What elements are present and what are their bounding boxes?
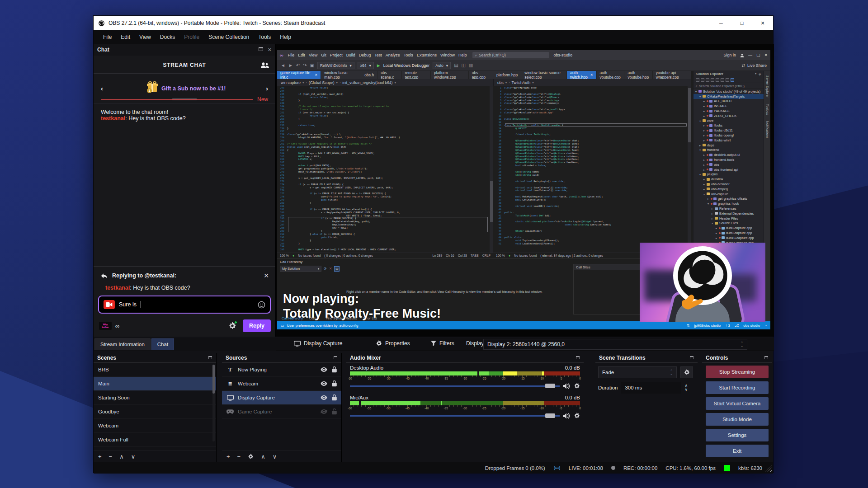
resize-grip[interactable] (764, 465, 772, 472)
duration-field[interactable]: 300 ms (621, 382, 681, 394)
explorer-tool-icon[interactable] (696, 78, 699, 82)
scene-item[interactable]: Webcam (94, 419, 216, 433)
vs-menu-item[interactable]: Analyze (384, 52, 402, 58)
filters-button[interactable]: Filters (431, 340, 454, 347)
scene-item[interactable]: Goodbye (94, 405, 216, 419)
tree-item[interactable]: ▸libobs (693, 123, 764, 128)
banner-prev-icon[interactable]: ‹ (101, 84, 103, 92)
tree-item[interactable]: ▸libobs-d3d11 (693, 128, 764, 133)
preview-area[interactable]: ∞ FileEditViewGitProjectBuildDebugTestAn… (276, 44, 774, 337)
refresh-icon[interactable]: ⟳ (324, 267, 327, 271)
code-pane-right[interactable]: 1class="pp">#pragma once23class="pp">#in… (494, 86, 691, 253)
pin-icon[interactable]: 푸 (759, 72, 761, 76)
vs-close-button[interactable]: ✕ (764, 53, 768, 57)
remove-icon[interactable]: ✕ (329, 267, 332, 271)
transition-dropdown[interactable]: Fade ⌃⌄ (598, 366, 677, 378)
chat-dock-titlebar[interactable]: Chat ✕ (94, 44, 275, 56)
tree-item[interactable]: ▾Solution 'obs-studio' (49 of 49 project… (693, 89, 764, 94)
tree-item[interactable]: ▸obs-frontend-api (693, 167, 764, 172)
scrollbar[interactable] (212, 365, 215, 441)
menu-item[interactable]: View (135, 32, 155, 42)
dock-tab[interactable]: Chat (151, 338, 174, 350)
transition-settings-button[interactable] (680, 366, 693, 378)
toolbar-icon[interactable]: ◫ (462, 63, 466, 68)
tree-item[interactable]: ▸get-graphics-offsets (693, 197, 764, 202)
source-item[interactable]: Display Capture (222, 391, 341, 405)
breadcrumb[interactable]: win-capture (281, 80, 301, 85)
explorer-tool-icon[interactable] (731, 78, 734, 82)
pin-icon[interactable]: ▾ (755, 72, 757, 76)
close-tab-icon[interactable]: ✕ (590, 73, 593, 77)
source-item[interactable]: Game Capture (222, 405, 341, 419)
settings-button[interactable]: Settings (706, 429, 769, 441)
vs-side-tab[interactable]: Toolbox (766, 104, 769, 115)
tree-item[interactable]: ▾CMakePredefinedTargets (693, 94, 764, 99)
breadcrumb[interactable]: (Global Scope) (309, 80, 335, 85)
speaker-icon[interactable] (563, 413, 570, 419)
dock-tab[interactable]: Stream Information (94, 338, 151, 350)
dock-popout-icon[interactable] (208, 356, 212, 359)
speaker-icon[interactable] (563, 383, 570, 389)
explorer-tool-icon[interactable] (706, 78, 709, 82)
explorer-tool-icon[interactable] (721, 78, 724, 82)
git-repo[interactable]: jp908/obs-studio (694, 324, 721, 328)
visibility-icon[interactable] (321, 395, 327, 400)
menu-item[interactable]: Edit (117, 32, 134, 42)
vs-menu-item[interactable]: Debug (357, 52, 373, 58)
tree-item[interactable]: ▾win-capture (693, 192, 764, 197)
chat-settings-icon[interactable] (228, 322, 236, 330)
start-virtual-camera-button[interactable]: Start Virtual Camera (706, 397, 769, 410)
scrollbar[interactable] (490, 86, 493, 253)
bell-icon[interactable]: ◔ (764, 324, 767, 328)
breadcrumb[interactable]: obs (497, 80, 504, 85)
properties-button[interactable]: Properties (376, 340, 410, 347)
breadcrumb[interactable]: init_vulkan_registry(bool b64) (342, 80, 392, 85)
vs-editor-tab[interactable]: auth-twitch.hpp✕ (567, 71, 596, 79)
vs-maximize-button[interactable]: ▢ (756, 53, 760, 57)
unlock-icon[interactable] (332, 408, 337, 414)
gift-banner-text[interactable]: Gift a Sub now to be #1! (161, 85, 226, 92)
start-recording-button[interactable]: Start Recording (706, 381, 769, 394)
sources-tool-icon[interactable]: + (226, 453, 230, 460)
tree-item[interactable]: ▾core (693, 118, 764, 123)
vs-search-box[interactable]: ⌕Search (Ctrl+Q) (472, 52, 549, 58)
explorer-tool-icon[interactable] (701, 78, 704, 82)
scrollbar[interactable] (688, 86, 691, 253)
vs-side-tab[interactable]: Server Explorer (766, 75, 769, 98)
minimize-button[interactable]: ─ (711, 16, 731, 30)
source-item[interactable]: TNow Playing (222, 363, 341, 377)
vs-menu-item[interactable]: Edit (296, 52, 307, 58)
tree-item[interactable]: ▸obs-browser (693, 182, 764, 187)
vs-menu-item[interactable]: Git (319, 52, 328, 58)
tree-item[interactable]: ▾graphics-hook (693, 201, 764, 206)
lock-icon[interactable] (332, 380, 337, 386)
tree-item[interactable]: ▾Source Files (693, 221, 764, 226)
vs-menu-item[interactable]: File (286, 52, 297, 58)
breadcrumb[interactable]: TwitchAuth (512, 80, 531, 85)
visibility-icon[interactable] (321, 381, 327, 386)
toggle-view-icon[interactable]: ▭ (334, 266, 340, 272)
solution-search[interactable]: ⌕Search Solution Explorer (Ctrl+;) (693, 83, 764, 89)
sources-tool-icon[interactable]: − (237, 453, 241, 460)
tree-item[interactable]: ▸decklink-output-ui (693, 152, 764, 157)
explorer-tool-icon[interactable] (716, 78, 719, 82)
debugger-label[interactable]: Local Windows Debugger (383, 63, 430, 68)
scene-item[interactable]: Starting Soon (94, 391, 216, 405)
vs-editor-tab[interactable]: platform.hpp (493, 71, 521, 79)
scope-dropdown[interactable]: My Solution▾ (280, 266, 321, 272)
volume-slider[interactable] (350, 383, 560, 389)
vs-editor-tab[interactable]: auth-youtube.hpp (624, 71, 652, 79)
display-dropdown[interactable]: Display 2: 2560x1440 @ 2560,0 ⌃⌄ (483, 339, 747, 350)
tree-item[interactable]: ▾frontend (693, 148, 764, 153)
vs-menu-item[interactable]: Tools (402, 52, 415, 58)
sources-tool-icon[interactable]: ∧ (261, 453, 265, 460)
explorer-tool-icon[interactable] (726, 78, 729, 82)
tree-item[interactable]: ▸ALL_BUILD (693, 99, 764, 104)
tree-item[interactable]: ▸obs (693, 162, 764, 167)
tree-item[interactable]: ▸External Dependencies (693, 211, 764, 216)
tree-item[interactable]: ▸libobs-winrt (693, 138, 764, 143)
tree-item[interactable]: ▸Header Files (693, 216, 764, 221)
tree-item[interactable]: ▾plugins (693, 172, 764, 177)
vs-editor-tab[interactable]: obs-app.cpp (469, 71, 493, 79)
tree-item[interactable]: ▸INSTALL (693, 103, 764, 108)
